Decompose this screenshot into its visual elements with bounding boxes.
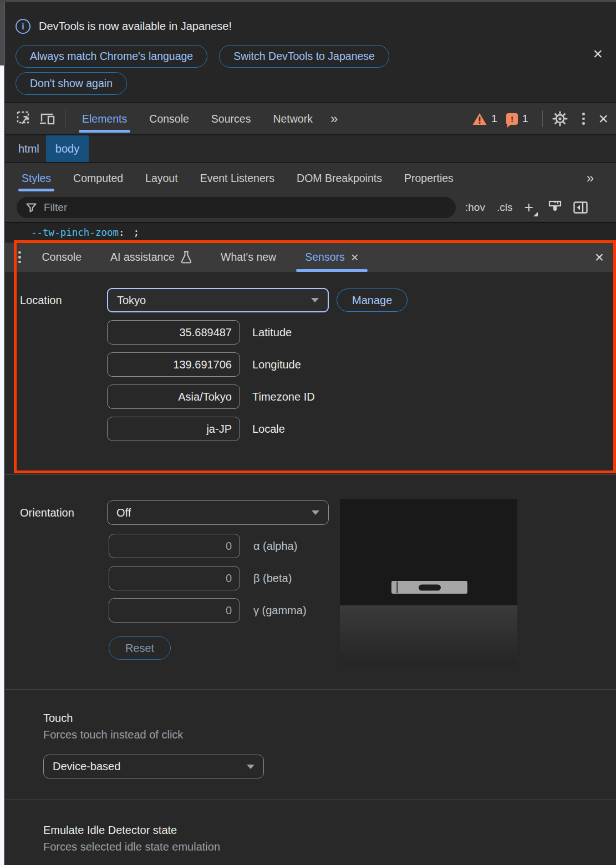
switch-to-japanese-button[interactable]: Switch DevTools to Japanese [219,45,389,68]
tab-console-label: Console [149,113,189,125]
info-icon: i [16,19,30,34]
locale-input[interactable] [107,417,240,441]
sensors-tab-close-icon[interactable]: × [351,251,359,264]
always-match-language-button[interactable]: Always match Chrome's language [16,45,207,68]
manage-locations-button[interactable]: Manage [337,289,408,312]
longitude-input[interactable] [107,352,240,377]
tab-sources-label: Sources [211,113,251,125]
tab-dom-breakpoints-label: DOM Breakpoints [297,172,382,185]
device-toolbar-icon[interactable] [38,109,58,129]
css-declaration-line[interactable]: --tw-pinch-zoom:; [5,222,616,242]
issue-count: 1 [522,113,528,125]
phone-model [391,581,467,594]
element-classes-toggle[interactable]: .cls [497,201,513,214]
orientation-select[interactable]: Off [107,500,329,525]
tab-properties[interactable]: Properties [393,163,465,193]
idle-title: Emulate Idle Detector state [43,824,616,837]
drawer-menu-kebab-icon[interactable] [12,251,28,264]
drawer-tab-console-label: Console [42,251,82,264]
pseudo-state-toggle[interactable]: :hov [465,201,485,214]
drawer-tab-sensors-label: Sensors [305,251,345,264]
new-style-rule-button[interactable]: + [524,200,536,215]
devtools-close-icon[interactable]: × [598,110,608,127]
drawer-tabbar: Console AI assistance What's new Sensors… [5,242,616,272]
longitude-row: Longitude [107,352,616,377]
rendering-brush-icon[interactable] [548,200,562,215]
touch-title: Touch [43,712,616,725]
drawer-tab-sensors[interactable]: Sensors × [291,242,373,272]
beta-label: β (beta) [253,572,292,585]
orientation-label: Orientation [5,507,107,519]
tab-event-listeners[interactable]: Event Listeners [189,163,286,193]
drawer: Console AI assistance What's new Sensors… [5,242,616,474]
alpha-input[interactable] [109,534,240,558]
gamma-label: γ (gamma) [253,604,307,617]
phone-camera-pill [419,584,441,590]
tab-layout[interactable]: Layout [134,163,189,193]
tab-network[interactable]: Network [262,103,324,134]
language-infobar: i DevTools is now available in Japanese!… [5,0,616,102]
issue-icon: ! [506,113,518,125]
touch-select-value: Device-based [53,760,120,773]
drawer-tab-ai-assistance-label: AI assistance [110,251,175,264]
toolbar-separator-2 [542,110,543,127]
breadcrumb-html[interactable]: html [12,135,46,162]
chevron-down-icon [312,510,319,515]
tab-styles-label: Styles [22,172,51,185]
location-select-value: Tokyo [117,294,146,307]
tab-layout-label: Layout [145,172,178,185]
orientation-select-value: Off [116,507,131,519]
dont-show-again-button[interactable]: Don't show again [16,72,127,95]
tab-elements-label: Elements [82,113,127,125]
idle-subtitle: Forces selected idle state emulation [43,841,616,853]
computed-sidebar-toggle-icon[interactable] [573,201,588,214]
infobar-buttons-row2: Don't show again [16,72,616,95]
drawer-tab-console[interactable]: Console [28,242,96,272]
tab-computed[interactable]: Computed [62,163,134,193]
infobar-title-row: i DevTools is now available in Japanese! [16,19,616,34]
filter-funnel-icon [26,203,37,213]
tab-computed-label: Computed [73,172,123,185]
infobar-close-icon[interactable]: × [593,45,603,62]
timezone-input[interactable] [107,385,240,409]
more-tabs-icon[interactable]: » [324,103,344,134]
devtools-panel: i DevTools is now available in Japanese!… [5,0,616,865]
latitude-input[interactable] [107,320,240,345]
css-value: ; [134,227,140,238]
tab-elements[interactable]: Elements [71,103,138,134]
drawer-tab-whats-new[interactable]: What's new [206,242,291,272]
longitude-label: Longitude [252,358,301,371]
warnings-counter[interactable]: 1 [472,113,497,125]
touch-select[interactable]: Device-based [43,755,264,778]
locale-label: Locale [252,423,285,436]
styles-filter-row: :hov .cls + [5,193,616,222]
drawer-close-icon[interactable]: × [595,250,604,265]
tab-network-label: Network [273,113,313,125]
inspect-element-icon[interactable] [14,109,34,129]
beta-input[interactable] [109,566,240,590]
more-sidebar-tabs-icon[interactable]: » [580,163,600,193]
tab-sources[interactable]: Sources [200,103,262,134]
preview-floor [340,605,517,665]
gamma-input[interactable] [109,598,240,623]
reset-orientation-button[interactable]: Reset [109,636,171,660]
tab-styles[interactable]: Styles [11,163,62,193]
alpha-label: α (alpha) [253,540,297,553]
issues-counter[interactable]: ! 1 [506,113,528,125]
location-select[interactable]: Tokyo [107,288,329,312]
settings-gear-icon[interactable] [550,109,570,129]
page-edge-sliver [0,2,5,865]
location-label: Location [5,294,107,307]
tab-dom-breakpoints[interactable]: DOM Breakpoints [286,163,393,193]
breadcrumb: html body [5,134,616,162]
styles-filter-input[interactable] [44,201,446,214]
tab-event-listeners-label: Event Listeners [200,172,274,185]
sensors-orientation-section: Orientation Off α (alpha) β (beta) γ (ga… [5,474,616,689]
sensors-touch-section: Touch Forces touch instead of click Devi… [5,689,616,800]
more-options-kebab-icon[interactable] [573,109,593,129]
breadcrumb-body[interactable]: body [46,135,89,162]
orientation-3d-preview[interactable] [340,499,517,665]
tab-console[interactable]: Console [138,103,200,134]
window-top-strip [0,0,616,2]
drawer-tab-ai-assistance[interactable]: AI assistance [96,242,206,272]
